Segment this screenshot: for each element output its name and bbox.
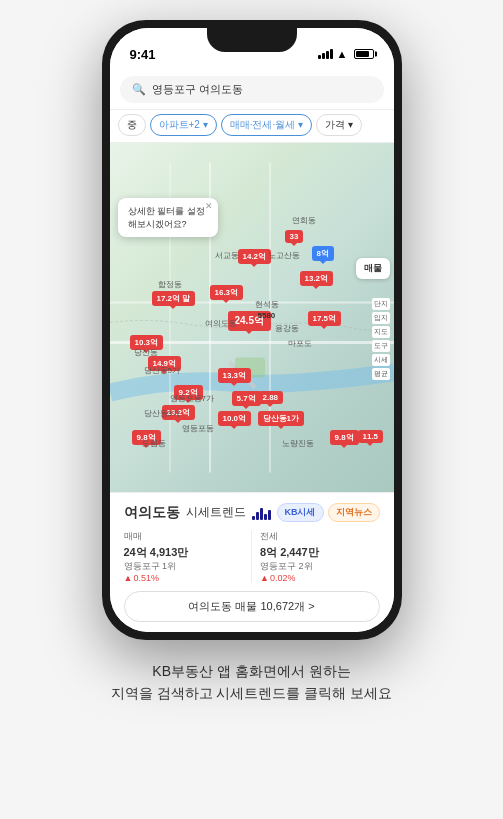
dist-mapo: 마포도 <box>288 338 312 349</box>
map-area[interactable]: ✕ 상세한 필터를 설정해보시겠어요? 24.5억 17.2억 말 16.3억 … <box>110 143 394 492</box>
filter-chip-type[interactable]: 중 <box>118 114 146 136</box>
price-label-17-5[interactable]: 17.5억 <box>308 311 342 326</box>
search-text: 영등포구 여의도동 <box>152 82 243 97</box>
dist-yeoui: 여의도동 <box>205 318 237 329</box>
price-label-2-88[interactable]: 2.88 <box>258 391 284 404</box>
dist-noryangjin: 노량진동 <box>282 438 314 449</box>
price-label-14-2[interactable]: 14.2억 <box>238 249 272 264</box>
price-label-13-3[interactable]: 13.3억 <box>218 368 252 383</box>
dist-yeongdeungpo7: 영등포동7가 <box>170 393 214 404</box>
label-pyungyun: 평균 <box>372 368 390 380</box>
stat-sale: 매매 24억 4,913만 영등포구 1위 ▲0.51% <box>124 530 244 583</box>
stat-sale-value: 24억 4,913만 <box>124 545 244 560</box>
dist-hyunseok: 현석동 <box>255 299 279 310</box>
phone-screen: 9:41 ▲ 🔍 영등 <box>110 28 394 632</box>
stat-sale-type: 매매 <box>124 530 244 543</box>
filter-bar: 중 아파트+2 ▾ 매매·전세·월세 ▾ 가격 ▾ <box>110 110 394 143</box>
dist-dangsan5: 당산동5가 <box>144 365 180 376</box>
filter-chip-property[interactable]: 아파트+2 ▾ <box>150 114 217 136</box>
stat-divider <box>251 530 252 583</box>
filter-chip-deal[interactable]: 매매·전세·월세 ▾ <box>221 114 312 136</box>
label-dogo: 도구 <box>372 340 390 352</box>
price-label-11-5[interactable]: 11.5 <box>358 430 384 443</box>
price-label-hyunseok[interactable]: 16.3억 <box>210 285 244 300</box>
dist-yonggang: 용강동 <box>275 323 299 334</box>
label-jido: 지도 <box>372 326 390 338</box>
stat-rent-change: ▲0.02% <box>260 573 380 583</box>
price-label-13-2[interactable]: 13.2억 <box>300 271 334 286</box>
stat-sale-rank: 영등포구 1위 <box>124 560 244 573</box>
bottom-header: 여의도동 시세트렌드 KB시세 지역뉴스 <box>124 503 380 522</box>
dist-hapjeong: 합정동 <box>158 279 182 290</box>
footer-line2: 지역을 검색하고 시세트렌드를 클릭해 보세요 <box>111 682 393 704</box>
footer-line1: KB부동산 앱 홈화면에서 원하는 <box>111 660 393 682</box>
dist-yeongdeungpo: 영등포동 <box>182 423 214 434</box>
footer-text: KB부동산 앱 홈화면에서 원하는 지역을 검색하고 시세트렌드를 클릭해 보세… <box>91 660 413 705</box>
bottom-title-area: 여의도동 시세트렌드 <box>124 504 271 522</box>
kb-badge[interactable]: KB시세 <box>277 503 324 522</box>
stat-rent: 전세 8억 2,447만 영등포구 2위 ▲0.02% <box>260 530 380 583</box>
search-input-area[interactable]: 🔍 영등포구 여의도동 <box>120 76 384 103</box>
battery-icon <box>354 49 374 59</box>
bottom-panel: 여의도동 시세트렌드 KB시세 지역뉴스 <box>110 492 394 632</box>
search-icon: 🔍 <box>132 83 146 96</box>
price-label-9-8b[interactable]: 9.8억 <box>330 430 359 445</box>
price-label-5-7[interactable]: 5.7억 <box>232 391 261 406</box>
filter-chip-price[interactable]: 가격 ▾ <box>316 114 362 136</box>
map-side-labels: 단지 입지 지도 도구 시세 평균 <box>372 298 390 380</box>
bottom-district: 여의도동 <box>124 504 180 522</box>
dist-yeonhui: 연희동 <box>292 215 316 226</box>
label-ibji: 입지 <box>372 312 390 324</box>
stat-rent-type: 전세 <box>260 530 380 543</box>
map-tooltip: ✕ 상세한 필터를 설정해보시겠어요? <box>118 198 218 237</box>
tooltip-text: 상세한 필터를 설정해보시겠어요? <box>128 206 205 229</box>
status-time: 9:41 <box>130 47 156 62</box>
dist-dangsan: 당산동 <box>134 347 158 358</box>
trend-chart-icon <box>252 506 271 520</box>
price-label-hapjeong[interactable]: 17.2억 말 <box>152 291 196 306</box>
label-danji: 단지 <box>372 298 390 310</box>
price-label-10-0[interactable]: 10.0억 <box>218 411 252 426</box>
dist-dangsan3: 당산동3가 <box>144 408 180 419</box>
price-label-33[interactable]: 33 <box>285 230 304 243</box>
status-icons: ▲ <box>318 48 374 60</box>
stat-sale-change: ▲0.51% <box>124 573 244 583</box>
search-bar[interactable]: 🔍 영등포구 여의도동 <box>110 72 394 110</box>
phone-frame: 9:41 ▲ 🔍 영등 <box>102 20 402 640</box>
badge-area: KB시세 지역뉴스 <box>277 503 380 522</box>
dist-nogo: 노고산동 <box>268 250 300 261</box>
tooltip-close-icon[interactable]: ✕ <box>205 201 213 211</box>
label-sise: 시세 <box>372 354 390 366</box>
map-number: 5580 <box>258 311 276 320</box>
phone-notch <box>207 28 297 52</box>
map-property-btn[interactable]: 매물 <box>356 258 390 279</box>
dist-dorim: 도림동 <box>142 438 166 449</box>
news-badge[interactable]: 지역뉴스 <box>328 503 380 522</box>
price-label-dangsan1[interactable]: 당산동1가 <box>258 411 304 426</box>
bottom-trend-label: 시세트렌드 <box>186 504 246 521</box>
signal-icon <box>318 49 333 59</box>
listing-button[interactable]: 여의도동 매물 10,672개 > <box>124 591 380 622</box>
wifi-icon: ▲ <box>337 48 348 60</box>
price-label-8[interactable]: 8억 <box>312 246 334 261</box>
stats-row: 매매 24억 4,913만 영등포구 1위 ▲0.51% 전세 8억 2,447… <box>124 530 380 583</box>
page-wrapper: 9:41 ▲ 🔍 영등 <box>0 0 503 819</box>
stat-rent-rank: 영등포구 2위 <box>260 560 380 573</box>
stat-rent-value: 8억 2,447만 <box>260 545 380 560</box>
dist-seogyo: 서교동 <box>215 250 239 261</box>
